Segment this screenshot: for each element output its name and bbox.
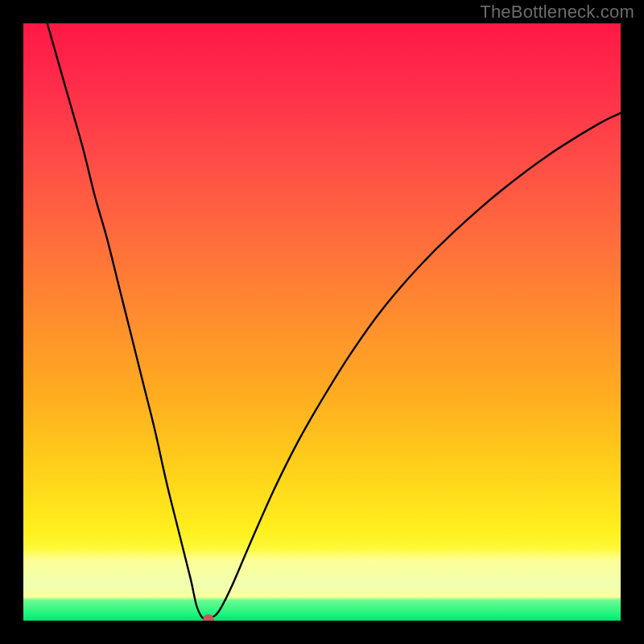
plot-area xyxy=(23,23,621,621)
bottleneck-curve xyxy=(23,23,621,621)
watermark-text: TheBottleneck.com xyxy=(480,2,634,23)
optimal-point-marker xyxy=(203,614,214,621)
chart-frame: TheBottleneck.com xyxy=(0,0,644,644)
